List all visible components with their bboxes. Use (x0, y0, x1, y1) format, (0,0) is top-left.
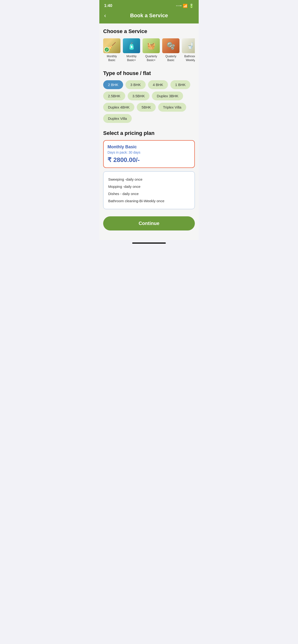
service-img-monthly-basic-plus (123, 38, 140, 53)
service-card-quarterly-basic[interactable]: QuaterlyBasic (162, 38, 180, 62)
back-button[interactable]: ‹ (104, 12, 106, 19)
bhk-option-25bhk[interactable]: 2.5BHK (103, 92, 125, 100)
service-img-quarterly-basic (162, 38, 180, 53)
service-label-bathroom-weekly: BathroomWeekly (184, 54, 195, 62)
bhk-option-2bhk[interactable]: 2 BHK (103, 80, 123, 89)
bhk-option-35bhk[interactable]: 3.5BHK (128, 92, 150, 100)
service-cards-list: ✓ MonthlyBasic MonthlyBasic+ QuarterlyBa… (103, 38, 195, 63)
pricing-plan-days: Days in pack: 30 days (107, 150, 191, 154)
status-icons: 📶 🔋 (176, 4, 194, 8)
home-indicator (132, 242, 166, 244)
bhk-option-5bhk[interactable]: 5BHK (137, 103, 156, 112)
battery-icon: 🔋 (189, 4, 194, 8)
bhk-option-3bhk[interactable]: 3 BHK (125, 80, 145, 89)
service-included-mopping: Mopping -daily once (108, 183, 190, 190)
bhk-option-duplex-villa[interactable]: Duplex Villa (103, 114, 132, 123)
service-label-monthly-basic-plus: MonthlyBasic+ (126, 54, 136, 62)
pricing-plan-title: Monthly Basic (107, 144, 191, 150)
choose-service-section: Choose a Service ✓ MonthlyBasic MonthlyB… (103, 28, 195, 63)
pricing-plan-amount: ₹ 2800.00/- (107, 156, 191, 164)
service-card-monthly-basic[interactable]: ✓ MonthlyBasic (103, 38, 120, 62)
service-included-sweeping: Sweeping -daily once (108, 176, 190, 183)
service-included-dishes: Dishes - daily once (108, 190, 190, 198)
wifi-icon: 📶 (183, 4, 188, 8)
bhk-option-duplex4bhk[interactable]: Duplex 4BHK (103, 103, 134, 112)
choose-service-title: Choose a Service (103, 28, 195, 34)
pricing-section: Select a pricing plan Monthly Basic Days… (103, 130, 195, 209)
continue-button[interactable]: Continue (103, 216, 195, 230)
page-title: Book a Service (130, 12, 168, 19)
service-card-monthly-basic-plus[interactable]: MonthlyBasic+ (123, 38, 140, 62)
bhk-option-1bhk[interactable]: 1 BHK (170, 80, 190, 89)
pricing-section-title: Select a pricing plan (103, 130, 195, 136)
selected-check-icon: ✓ (104, 47, 109, 52)
service-label-quarterly-basic: QuaterlyBasic (165, 54, 176, 62)
bhk-option-triplex-villa[interactable]: Triplex Villa (158, 103, 186, 112)
status-time: 1:40 (104, 3, 112, 8)
service-card-bathroom-weekly[interactable]: BathroomWeekly (182, 38, 195, 62)
service-img-quarterly-basic-plus (142, 38, 160, 53)
house-type-title: Type of house / flat (103, 70, 195, 76)
pricing-card-selected[interactable]: Monthly Basic Days in pack: 30 days ₹ 28… (103, 140, 195, 168)
status-bar: 1:40 📶 🔋 (99, 0, 199, 10)
header: ‹ Book a Service (99, 10, 199, 24)
service-included-bathroom: Bathroom cleaning-Bi-Weekly once (108, 198, 190, 204)
signal-icon (176, 5, 181, 6)
service-img-monthly-basic: ✓ (103, 38, 120, 53)
bhk-option-duplex3bhk[interactable]: Duplex 3BHK (152, 92, 183, 100)
house-type-section: Type of house / flat 2 BHK 3 BHK 4 BHK 1… (103, 70, 195, 123)
services-included-box: Sweeping -daily once Mopping -daily once… (103, 171, 195, 209)
bhk-option-4bhk[interactable]: 4 BHK (148, 80, 168, 89)
service-label-monthly-basic: MonthlyBasic (107, 54, 117, 62)
service-label-quarterly-basic-plus: QuarterlyBasic+ (145, 54, 157, 62)
bhk-options-grid: 2 BHK 3 BHK 4 BHK 1 BHK 2.5BHK 3.5BHK Du… (103, 80, 195, 123)
main-content: Choose a Service ✓ MonthlyBasic MonthlyB… (99, 24, 199, 240)
service-img-bathroom-weekly (182, 38, 195, 53)
service-card-quarterly-basic-plus[interactable]: QuarterlyBasic+ (142, 38, 160, 62)
